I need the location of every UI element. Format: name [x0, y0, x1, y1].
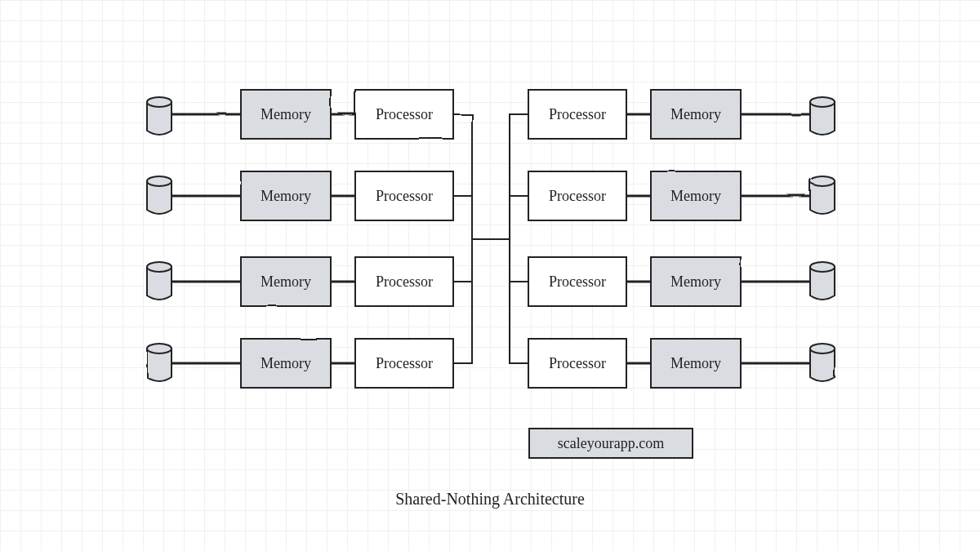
storage-icon-r2 — [806, 177, 839, 214]
memory-box-r1: Memory — [651, 90, 741, 139]
processor-box-r4: Processor — [528, 339, 626, 388]
storage-icon-l1 — [143, 98, 176, 135]
processor-box-r1: Processor — [528, 90, 626, 139]
watermark-label: scaleyourapp.com — [529, 429, 693, 458]
storage-icon-l2 — [143, 177, 176, 214]
storage-icon-l4 — [143, 344, 176, 381]
processor-box-l3: Processor — [355, 257, 453, 306]
memory-box-r3: Memory — [651, 257, 741, 306]
storage-icon-r4 — [806, 344, 839, 381]
diagram-title: Shared-Nothing Architecture — [0, 490, 980, 509]
storage-icon-l3 — [143, 263, 176, 300]
memory-box-l2: Memory — [241, 171, 331, 220]
storage-icon-r3 — [806, 263, 839, 300]
memory-box-r4: Memory — [651, 339, 741, 388]
processor-box-r2: Processor — [528, 171, 626, 220]
memory-box-l3: Memory — [241, 257, 331, 306]
memory-box-l4: Memory — [241, 339, 331, 388]
processor-box-l4: Processor — [355, 339, 453, 388]
processor-box-r3: Processor — [528, 257, 626, 306]
processor-box-l1: Processor — [355, 90, 453, 139]
memory-box-r2: Memory — [651, 171, 741, 220]
memory-box-l1: Memory — [241, 90, 331, 139]
processor-box-l2: Processor — [355, 171, 453, 220]
storage-icon-r1 — [806, 98, 839, 135]
